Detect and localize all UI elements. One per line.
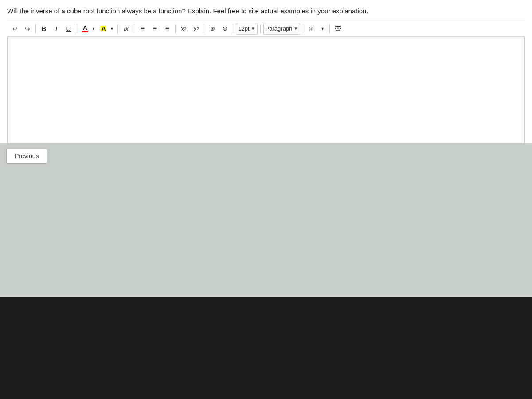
underline-button[interactable]: U [63, 23, 74, 35]
editor-content[interactable] [8, 37, 524, 135]
table-button[interactable]: ⊞ [306, 23, 317, 35]
editor-area[interactable] [7, 37, 525, 143]
font-color-dropdown-arrow[interactable]: ▼ [90, 23, 97, 35]
separator-4 [134, 24, 134, 33]
font-size-arrow: ▼ [251, 26, 255, 31]
font-color-underline [82, 31, 88, 32]
italic-button[interactable]: I [51, 23, 62, 35]
font-color-button[interactable]: A [80, 23, 90, 35]
font-color-icon: A [83, 25, 87, 31]
question-text: Will the inverse of a cube root function… [7, 6, 525, 16]
superscript-button[interactable]: x2 [178, 23, 189, 35]
separator-10 [329, 24, 330, 33]
redo-button[interactable]: ↪ [22, 23, 33, 35]
table-dropdown-arrow[interactable]: ▼ [318, 23, 327, 35]
paragraph-label: Paragraph [266, 25, 293, 32]
separator-3 [117, 24, 118, 33]
separator-8 [260, 24, 261, 33]
align-left-button[interactable]: ≡ [137, 23, 148, 35]
separator-6 [204, 24, 204, 33]
font-size-label: 12pt [238, 25, 249, 32]
image-button[interactable]: 🖼 [332, 23, 344, 35]
separator-2 [77, 24, 77, 33]
unordered-list-button[interactable]: ⊛ [207, 23, 218, 35]
paragraph-arrow: ▼ [293, 26, 298, 31]
separator-1 [35, 24, 36, 33]
highlight-dropdown-arrow[interactable]: ▼ [109, 23, 115, 35]
highlight-button[interactable]: A [98, 23, 109, 35]
subscript-button[interactable]: x2 [191, 23, 201, 35]
black-section [0, 297, 532, 399]
align-right-button[interactable]: ≡ [162, 23, 172, 35]
separator-9 [303, 24, 303, 33]
separator-5 [175, 24, 176, 33]
editor-toolbar: ↩ ↪ B I U A ▼ A ▼ Ix ≡ [7, 21, 525, 37]
bold-button[interactable]: B [39, 23, 49, 35]
separator-7 [233, 24, 233, 33]
font-size-dropdown[interactable]: 12pt ▼ [236, 23, 257, 35]
previous-button[interactable]: Previous [6, 149, 47, 164]
align-center-button[interactable]: ≡ [149, 23, 160, 35]
highlight-icon: A [101, 26, 106, 31]
paragraph-dropdown[interactable]: Paragraph ▼ [263, 23, 301, 35]
content-area: Previous [0, 143, 532, 173]
undo-button[interactable]: ↩ [10, 23, 20, 35]
ordered-list-button[interactable]: ⊜ [219, 23, 230, 35]
clear-format-button[interactable]: Ix [121, 23, 131, 35]
